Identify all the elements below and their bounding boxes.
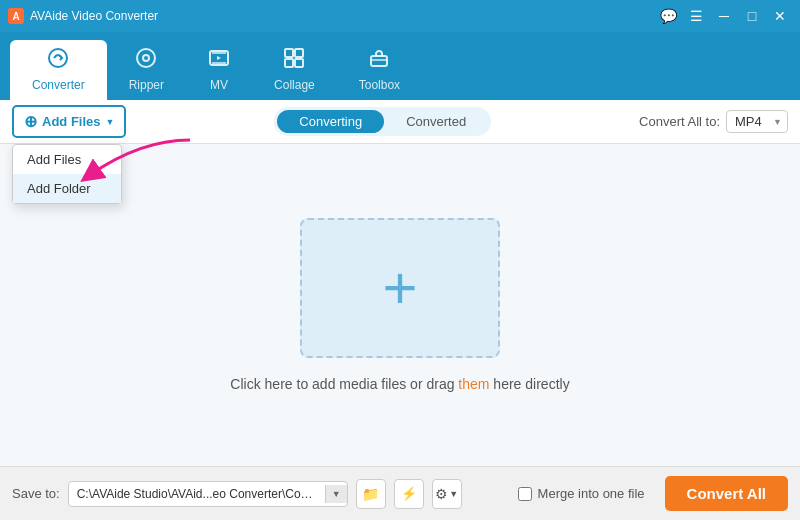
flash-button[interactable]: ⚡ [394, 479, 424, 509]
convert-all-to-section: Convert All to: MP4 MKV AVI MOV [639, 110, 788, 133]
add-files-button[interactable]: ⊕ Add Files ▼ [12, 105, 126, 138]
convert-all-button[interactable]: Convert All [665, 476, 788, 511]
mv-label: MV [210, 78, 228, 92]
ripper-icon [135, 47, 157, 74]
save-path-text: C:\AVAide Studio\AVAid...eo Converter\Co… [69, 482, 325, 506]
drop-zone-plus-icon: + [382, 258, 417, 318]
converter-icon [47, 47, 69, 74]
plus-circle-icon: ⊕ [24, 112, 37, 131]
maximize-button[interactable]: □ [740, 4, 764, 28]
drop-hint-highlight: them [458, 376, 489, 392]
merge-checkbox[interactable] [518, 487, 532, 501]
svg-point-2 [143, 55, 149, 61]
merge-text: Merge into one file [538, 486, 645, 501]
svg-point-1 [137, 49, 155, 67]
toolbox-label: Toolbox [359, 78, 400, 92]
format-select-wrapper[interactable]: MP4 MKV AVI MOV [726, 110, 788, 133]
dropdown-arrow-icon: ▼ [106, 117, 115, 127]
ripper-label: Ripper [129, 78, 164, 92]
svg-rect-5 [295, 49, 303, 57]
app-title: AVAide Video Converter [30, 9, 158, 23]
save-path-dropdown-arrow[interactable]: ▼ [325, 485, 347, 503]
title-bar-left: A AVAide Video Converter [8, 8, 158, 24]
folder-browse-button[interactable]: 📁 [356, 479, 386, 509]
tab-converted[interactable]: Converted [384, 110, 488, 133]
bottom-bar: Save to: C:\AVAide Studio\AVAid...eo Con… [0, 466, 800, 520]
svg-rect-8 [371, 56, 387, 66]
nav-item-collage[interactable]: Collage [252, 40, 337, 100]
chat-icon[interactable]: 💬 [656, 4, 680, 28]
drop-hint: Click here to add media files or drag th… [230, 376, 569, 392]
nav-item-converter[interactable]: Converter [10, 40, 107, 100]
add-files-dropdown: Add Files Add Folder [12, 144, 122, 204]
nav-item-ripper[interactable]: Ripper [107, 40, 186, 100]
folder-icon: 📁 [362, 486, 379, 502]
close-button[interactable]: ✕ [768, 4, 792, 28]
save-to-label: Save to: [12, 486, 60, 501]
dropdown-add-folder[interactable]: Add Folder [13, 174, 121, 203]
flash-icon: ⚡ [401, 486, 417, 501]
settings-icon: ⚙ [435, 486, 448, 502]
add-files-label: Add Files [42, 114, 101, 129]
format-select[interactable]: MP4 MKV AVI MOV [726, 110, 788, 133]
drop-hint-before: Click here to add media files or drag [230, 376, 458, 392]
minimize-button[interactable]: ─ [712, 4, 736, 28]
converter-label: Converter [32, 78, 85, 92]
toolbar: ⊕ Add Files ▼ Converting Converted Conve… [0, 100, 800, 144]
convert-all-to-label: Convert All to: [639, 114, 720, 129]
tab-converting[interactable]: Converting [277, 110, 384, 133]
collage-label: Collage [274, 78, 315, 92]
collage-icon [283, 47, 305, 74]
svg-point-0 [49, 49, 67, 67]
mv-icon [208, 47, 230, 74]
window-controls[interactable]: 💬 ☰ ─ □ ✕ [656, 4, 792, 28]
menu-icon[interactable]: ☰ [684, 4, 708, 28]
nav-item-mv[interactable]: MV [186, 40, 252, 100]
drop-hint-after: here directly [489, 376, 569, 392]
svg-rect-7 [295, 59, 303, 67]
settings-button[interactable]: ⚙ ▼ [432, 479, 462, 509]
save-path-wrapper: C:\AVAide Studio\AVAid...eo Converter\Co… [68, 481, 348, 507]
nav-bar: Converter Ripper MV [0, 32, 800, 100]
svg-rect-6 [285, 59, 293, 67]
nav-item-toolbox[interactable]: Toolbox [337, 40, 422, 100]
svg-rect-4 [285, 49, 293, 57]
app-icon: A [8, 8, 24, 24]
title-bar: A AVAide Video Converter 💬 ☰ ─ □ ✕ [0, 0, 800, 32]
merge-label[interactable]: Merge into one file [518, 486, 645, 501]
tab-group: Converting Converted [274, 107, 491, 136]
toolbox-icon [368, 47, 390, 74]
drop-zone[interactable]: + [300, 218, 500, 358]
dropdown-add-files[interactable]: Add Files [13, 145, 121, 174]
